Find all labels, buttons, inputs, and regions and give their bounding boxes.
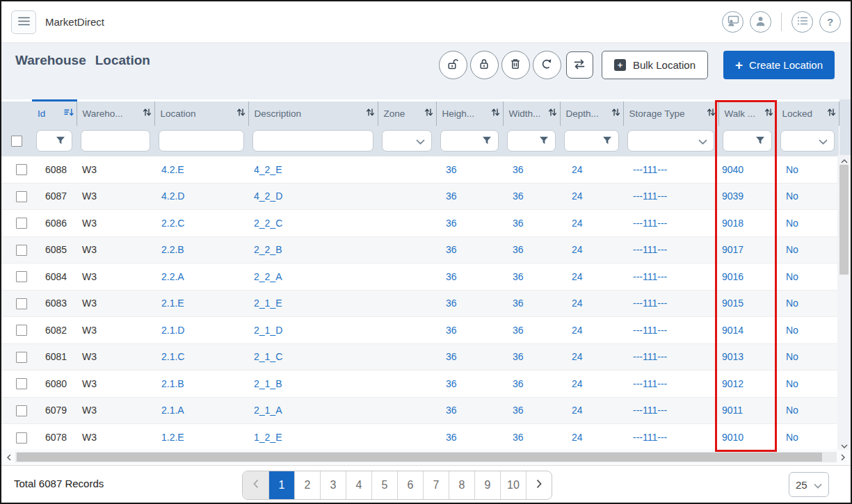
sort-toggle-icon[interactable] (143, 108, 152, 119)
cell-locked[interactable]: No (776, 317, 839, 344)
cell-height[interactable]: 36 (436, 183, 503, 210)
scroll-up-button[interactable] (837, 155, 851, 165)
cell-walk[interactable]: 9011 (718, 397, 776, 424)
column-header-walk[interactable]: Walk ... (718, 101, 776, 126)
cell-zone[interactable] (378, 210, 436, 237)
list-menu-button[interactable] (791, 11, 813, 33)
cell-height[interactable]: 36 (436, 236, 503, 263)
sort-toggle-icon[interactable] (424, 108, 433, 119)
hamburger-menu-button[interactable] (11, 10, 36, 34)
pagination-page-7[interactable]: 7 (423, 471, 449, 499)
cell-walk[interactable]: 9018 (718, 210, 776, 237)
row-select-checkbox[interactable] (16, 405, 27, 416)
row-select-checkbox[interactable] (16, 432, 27, 444)
filter-input-id[interactable] (36, 130, 72, 152)
cell-height[interactable]: 36 (436, 210, 503, 237)
pagination-page-1[interactable]: 1 (268, 471, 294, 499)
row-select-checkbox[interactable] (16, 325, 27, 336)
cell-height[interactable]: 36 (436, 156, 503, 184)
scroll-right-button[interactable] (838, 451, 848, 464)
scroll-left-button[interactable] (4, 451, 14, 464)
cell-description[interactable]: 1_2_E (248, 424, 378, 451)
cell-depth[interactable]: 24 (560, 263, 623, 291)
row-select-checkbox[interactable] (16, 352, 27, 363)
cell-depth[interactable]: 24 (560, 290, 623, 317)
cell-depth[interactable]: 24 (560, 156, 623, 184)
page-size-select[interactable]: 25 (789, 472, 829, 497)
cell-zone[interactable] (378, 343, 436, 371)
cell-zone[interactable] (378, 183, 436, 210)
filter-select-zone[interactable] (382, 130, 432, 152)
cell-location[interactable]: 2.1.E (154, 290, 248, 317)
filter-funnel-icon[interactable] (539, 135, 549, 147)
cell-depth[interactable]: 24 (560, 210, 623, 237)
pagination-page-9[interactable]: 9 (474, 471, 500, 499)
cell-storage_type[interactable]: ---111--- (623, 156, 718, 184)
cell-height[interactable]: 36 (436, 290, 503, 317)
cell-zone[interactable] (378, 236, 436, 263)
filter-select-storage_type[interactable] (627, 130, 714, 152)
cell-width[interactable]: 36 (503, 210, 560, 237)
cell-height[interactable]: 36 (436, 371, 503, 398)
cell-depth[interactable]: 24 (560, 424, 623, 451)
pagination-page-6[interactable]: 6 (397, 471, 423, 499)
cell-height[interactable]: 36 (436, 397, 503, 424)
cell-walk[interactable]: 9015 (718, 290, 776, 317)
filter-select-locked[interactable] (780, 130, 835, 152)
pagination-next-button[interactable] (526, 471, 552, 499)
cell-storage_type[interactable]: ---111--- (623, 183, 718, 210)
column-header-depth[interactable]: Depth... (560, 101, 623, 126)
pagination-page-8[interactable]: 8 (449, 471, 474, 499)
pagination-page-5[interactable]: 5 (371, 471, 397, 499)
cell-location[interactable]: 2.2.A (154, 263, 248, 291)
cell-locked[interactable]: No (776, 236, 839, 263)
cell-description[interactable]: 2_1_D (248, 317, 378, 344)
cell-walk[interactable]: 9016 (718, 263, 776, 291)
vertical-scrollbar[interactable] (837, 155, 851, 450)
cell-width[interactable]: 36 (503, 424, 560, 451)
delete-button[interactable] (501, 51, 530, 79)
row-select-checkbox[interactable] (16, 191, 27, 202)
sort-toggle-icon[interactable] (236, 108, 246, 119)
cell-width[interactable]: 36 (503, 371, 560, 398)
row-select-checkbox[interactable] (16, 245, 27, 256)
column-header-id[interactable]: Id (32, 101, 77, 126)
cell-depth[interactable]: 24 (560, 371, 623, 398)
horizontal-scrollbar[interactable] (1, 449, 851, 465)
cell-description[interactable]: 4_2_E (248, 156, 378, 184)
filter-funnel-icon[interactable] (602, 135, 612, 147)
cell-location[interactable]: 2.1.A (154, 397, 248, 424)
filter-funnel-icon[interactable] (56, 135, 65, 147)
cell-description[interactable]: 2_1_B (248, 371, 378, 398)
cell-walk[interactable]: 9014 (718, 317, 776, 344)
column-header-description[interactable]: Description (248, 101, 378, 126)
cell-location[interactable]: 1.2.E (154, 424, 248, 451)
filter-input-warehouse[interactable] (81, 130, 150, 152)
cell-height[interactable]: 36 (436, 317, 503, 344)
cell-walk[interactable]: 9012 (718, 371, 776, 398)
column-header-height[interactable]: Heigh... (436, 101, 503, 126)
cell-storage_type[interactable]: ---111--- (623, 236, 718, 263)
pagination-page-4[interactable]: 4 (346, 471, 371, 499)
bulk-location-button[interactable]: + Bulk Location (602, 51, 708, 79)
cell-locked[interactable]: No (776, 156, 839, 184)
cell-depth[interactable]: 24 (560, 236, 623, 263)
cell-zone[interactable] (378, 371, 436, 398)
sort-toggle-icon[interactable] (548, 108, 557, 119)
cell-zone[interactable] (378, 290, 436, 317)
refresh-button[interactable] (533, 51, 561, 79)
help-button[interactable]: ? (819, 11, 841, 33)
account-button[interactable] (750, 11, 771, 33)
cell-location[interactable]: 4.2.D (154, 183, 248, 210)
cell-description[interactable]: 2_1_C (248, 343, 378, 371)
cell-storage_type[interactable]: ---111--- (623, 397, 718, 424)
row-select-checkbox[interactable] (16, 298, 27, 309)
cell-description[interactable]: 2_1_A (248, 397, 378, 424)
cell-zone[interactable] (378, 317, 436, 344)
pagination-page-2[interactable]: 2 (294, 471, 320, 499)
filter-input-depth[interactable] (564, 130, 619, 152)
cell-width[interactable]: 36 (503, 317, 560, 344)
cell-storage_type[interactable]: ---111--- (623, 210, 718, 237)
pagination-page-3[interactable]: 3 (320, 471, 346, 499)
column-header-width[interactable]: Width... (503, 101, 560, 126)
